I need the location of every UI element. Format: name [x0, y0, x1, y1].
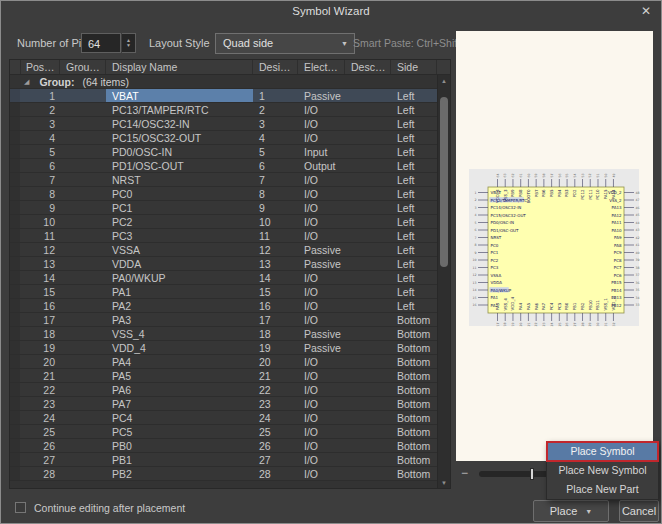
cell-electrical[interactable]: I/O [298, 355, 345, 368]
cell-description[interactable] [345, 243, 391, 256]
cancel-button[interactable]: Cancel [619, 500, 659, 522]
cell-position[interactable]: 21 [20, 369, 60, 382]
cell-side[interactable]: Bottom [391, 341, 439, 354]
cell-position[interactable]: 25 [20, 425, 60, 438]
cell-display-name[interactable]: NRST [106, 173, 253, 186]
column-header-display-name[interactable]: Display Name [106, 60, 253, 74]
cell-display-name[interactable]: PA6 [106, 383, 253, 396]
cell-description[interactable] [345, 201, 391, 214]
cell-group[interactable] [60, 439, 106, 452]
cell-side[interactable]: Left [391, 159, 439, 172]
cell-display-name[interactable]: PC4 [106, 411, 253, 424]
table-row[interactable]: 15PA115I/OLeft [10, 285, 439, 299]
cell-description[interactable] [345, 229, 391, 242]
table-row[interactable]: 3PC14/OSC32-IN3I/OLeft [10, 117, 439, 131]
cell-description[interactable] [345, 103, 391, 116]
table-row[interactable]: 11PC311I/OLeft [10, 229, 439, 243]
cell-description[interactable] [345, 341, 391, 354]
cell-position[interactable]: 10 [20, 215, 60, 228]
cell-designator[interactable]: 17 [253, 313, 298, 326]
cell-description[interactable] [345, 299, 391, 312]
column-header-position[interactable]: Position▲ [20, 60, 60, 74]
cell-group[interactable] [60, 117, 106, 130]
cell-description[interactable] [345, 327, 391, 340]
cell-display-name[interactable]: PA2 [106, 299, 253, 312]
cell-designator[interactable]: 1 [253, 89, 298, 102]
menu-item-place-new-part[interactable]: Place New Part [547, 480, 658, 499]
cell-display-name[interactable]: VBAT [106, 89, 253, 102]
cell-group[interactable] [60, 383, 106, 396]
cell-display-name[interactable]: PB1 [106, 453, 253, 466]
scroll-down-icon[interactable]: ▼ [438, 480, 450, 486]
table-row[interactable]: 21PA521I/OBottom [10, 369, 439, 383]
cell-group[interactable] [60, 103, 106, 116]
cell-side[interactable]: Bottom [391, 439, 439, 452]
table-row[interactable]: 25PC525I/OBottom [10, 425, 439, 439]
cell-position[interactable]: 2 [20, 103, 60, 116]
cell-position[interactable]: 11 [20, 229, 60, 242]
cell-electrical[interactable]: I/O [298, 271, 345, 284]
cell-side[interactable]: Bottom [391, 383, 439, 396]
cell-side[interactable]: Bottom [391, 397, 439, 410]
cell-display-name[interactable]: PD0/OSC-IN [106, 145, 253, 158]
cell-side[interactable]: Bottom [391, 313, 439, 326]
cell-electrical[interactable]: Passive [298, 89, 345, 102]
cell-designator[interactable]: 18 [253, 327, 298, 340]
cell-display-name[interactable]: PB0 [106, 439, 253, 452]
cell-electrical[interactable]: I/O [298, 131, 345, 144]
cell-electrical[interactable]: I/O [298, 215, 345, 228]
column-header-group[interactable]: Group▲ [60, 60, 106, 74]
table-row[interactable]: 18VSS_418PassiveBottom [10, 327, 439, 341]
cell-group[interactable] [60, 397, 106, 410]
cell-side[interactable]: Left [391, 257, 439, 270]
cell-designator[interactable]: 14 [253, 271, 298, 284]
table-row[interactable]: 22PA622I/OBottom [10, 383, 439, 397]
cell-group[interactable] [60, 145, 106, 158]
table-row[interactable]: 10PC210I/OLeft [10, 215, 439, 229]
cell-group[interactable] [60, 453, 106, 466]
cell-electrical[interactable]: I/O [298, 313, 345, 326]
cell-side[interactable]: Left [391, 131, 439, 144]
column-header-description[interactable]: Description [345, 60, 391, 74]
cell-group[interactable] [60, 215, 106, 228]
zoom-slider-handle[interactable] [530, 468, 534, 480]
cell-position[interactable]: 12 [20, 243, 60, 256]
cell-electrical[interactable]: I/O [298, 103, 345, 116]
table-row[interactable]: 9PC19I/OLeft [10, 201, 439, 215]
table-row[interactable]: 20PA420I/OBottom [10, 355, 439, 369]
close-icon[interactable]: ✕ [641, 4, 651, 18]
cell-position[interactable]: 1 [20, 89, 60, 102]
cell-position[interactable]: 28 [20, 467, 60, 480]
cell-designator[interactable]: 3 [253, 117, 298, 130]
cell-electrical[interactable]: I/O [298, 453, 345, 466]
cell-position[interactable]: 18 [20, 327, 60, 340]
cell-designator[interactable]: 20 [253, 355, 298, 368]
cell-display-name[interactable]: PA3 [106, 313, 253, 326]
cell-display-name[interactable]: PC3 [106, 229, 253, 242]
scrollbar-thumb[interactable] [440, 97, 448, 267]
cell-side[interactable]: Left [391, 285, 439, 298]
cell-position[interactable]: 9 [20, 201, 60, 214]
cell-designator[interactable]: 15 [253, 285, 298, 298]
cell-description[interactable] [345, 117, 391, 130]
cell-position[interactable]: 13 [20, 257, 60, 270]
cell-designator[interactable]: 4 [253, 131, 298, 144]
table-row[interactable]: 16PA216I/OLeft [10, 299, 439, 313]
column-header-side[interactable]: Side [391, 60, 437, 74]
cell-group[interactable] [60, 187, 106, 200]
cell-description[interactable] [345, 187, 391, 200]
cell-group[interactable] [60, 89, 106, 102]
cell-designator[interactable]: 26 [253, 439, 298, 452]
table-row[interactable]: 13VDDA13PassiveLeft [10, 257, 439, 271]
continue-editing-checkbox[interactable] [15, 502, 26, 513]
menu-item-place-new-symbol[interactable]: Place New Symbol [547, 461, 658, 480]
cell-group[interactable] [60, 425, 106, 438]
cell-position[interactable]: 16 [20, 299, 60, 312]
cell-position[interactable]: 15 [20, 285, 60, 298]
cell-group[interactable] [60, 159, 106, 172]
cell-display-name[interactable]: VSSA [106, 243, 253, 256]
cell-display-name[interactable]: PC2 [106, 215, 253, 228]
table-row[interactable]: 12VSSA12PassiveLeft [10, 243, 439, 257]
cell-group[interactable] [60, 411, 106, 424]
cell-side[interactable]: Bottom [391, 411, 439, 424]
